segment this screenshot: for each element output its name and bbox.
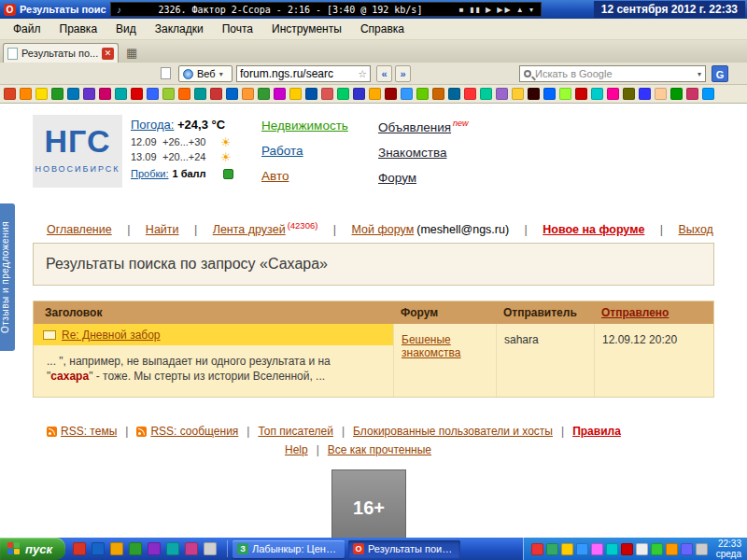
tray-icon[interactable]	[636, 543, 648, 555]
tab-close-icon[interactable]: ✕	[102, 48, 114, 60]
nav-my-forum[interactable]: Мой форум	[352, 223, 415, 236]
bookmark-icon[interactable]	[432, 88, 444, 100]
bookmark-icon[interactable]	[591, 88, 603, 100]
bookmark-icon[interactable]	[67, 88, 79, 100]
bookmark-icon[interactable]	[162, 88, 175, 100]
url-input[interactable]	[240, 67, 358, 80]
bookmark-icon[interactable]	[147, 88, 159, 100]
nav-search[interactable]: Найти	[146, 223, 179, 236]
bookmark-icon[interactable]	[226, 88, 238, 100]
quick-launch-icon[interactable]	[129, 542, 142, 555]
quick-launch-icon[interactable]	[148, 542, 161, 555]
mark-read-link[interactable]: Все как прочтенные	[328, 443, 431, 456]
link-dating[interactable]: Знакомства	[378, 146, 469, 160]
bookmark-icon[interactable]	[258, 88, 270, 100]
tray-icon[interactable]	[696, 543, 708, 555]
music-player-widget[interactable]: ♪ 2326. Фактор 2-Ссора - 2:16 - [3:40 @ …	[110, 2, 542, 17]
bookmark-icon[interactable]	[670, 88, 683, 100]
bookmark-icon[interactable]	[607, 88, 619, 100]
bookmark-icon[interactable]	[131, 88, 143, 100]
quick-launch-icon[interactable]	[73, 542, 86, 555]
bookmark-icon[interactable]	[242, 88, 254, 100]
bookmark-icon[interactable]	[35, 88, 48, 100]
menu-mail[interactable]: Почта	[213, 20, 262, 38]
bookmark-icon[interactable]	[416, 88, 429, 100]
rss-messages-link[interactable]: RSS: сообщения	[150, 425, 238, 438]
tray-icon[interactable]	[681, 543, 693, 555]
bookmark-icon[interactable]	[321, 88, 333, 100]
bookmark-icon[interactable]	[83, 88, 95, 100]
link-realty[interactable]: Недвижимость	[261, 119, 348, 133]
link-forum[interactable]: Форум	[378, 171, 469, 185]
quick-launch-icon[interactable]	[110, 542, 123, 555]
bookmark-icon[interactable]	[448, 88, 460, 100]
bookmark-icon[interactable]	[353, 88, 365, 100]
help-link[interactable]: Help	[285, 443, 308, 456]
bookmark-icon[interactable]	[702, 88, 714, 100]
menu-file[interactable]: Файл	[4, 20, 50, 38]
panels-icon[interactable]: ▦	[126, 46, 137, 60]
bookmark-icon[interactable]	[210, 88, 222, 100]
bookmark-icon[interactable]	[385, 88, 397, 100]
result-title-link[interactable]: Re: Дневной забор	[62, 329, 161, 342]
bookmark-icon[interactable]	[115, 88, 127, 100]
menu-help[interactable]: Справка	[351, 20, 414, 38]
bookmark-icon[interactable]	[51, 88, 63, 100]
tray-icon[interactable]	[591, 543, 603, 555]
bookmark-icon[interactable]	[337, 88, 349, 100]
bookmark-icon[interactable]	[369, 88, 381, 100]
link-ads[interactable]: Объявления	[378, 120, 451, 134]
quick-launch-icon[interactable]	[204, 542, 217, 555]
bookmark-icon[interactable]	[289, 88, 302, 100]
quick-launch-icon[interactable]	[92, 542, 105, 555]
top-writers-link[interactable]: Топ писателей	[258, 425, 333, 438]
bookmark-icon[interactable]	[178, 88, 190, 100]
google-search-field[interactable]: ▾	[519, 65, 706, 82]
menu-edit[interactable]: Правка	[50, 20, 107, 38]
bookmark-icon[interactable]	[512, 88, 524, 100]
tray-icon[interactable]	[576, 543, 588, 555]
bookmark-icon[interactable]	[401, 88, 413, 100]
tray-icon[interactable]	[621, 543, 633, 555]
search-input[interactable]	[535, 68, 694, 79]
bookmark-icon[interactable]	[528, 88, 540, 100]
bookmark-icon[interactable]	[480, 88, 492, 100]
search-dropdown-icon[interactable]: ▾	[698, 70, 701, 78]
bookmark-icon[interactable]	[543, 88, 556, 100]
bookmark-icon[interactable]	[639, 88, 651, 100]
bookmark-icon[interactable]	[305, 88, 317, 100]
result-forum-link[interactable]: Бешеные знакомства	[402, 333, 461, 359]
feedback-tab[interactable]: Отзывы и предложения	[0, 203, 15, 351]
tray-icon[interactable]	[666, 543, 678, 555]
column-sent-sort[interactable]: Отправлено	[594, 306, 713, 319]
rules-link[interactable]: Правила	[572, 425, 621, 438]
url-field[interactable]: ☆	[236, 65, 371, 82]
bookmark-icon[interactable]	[464, 88, 476, 100]
bookmark-icon[interactable]	[686, 88, 698, 100]
bookmark-star-icon[interactable]: ☆	[358, 68, 367, 80]
menu-bookmarks[interactable]: Закладки	[146, 20, 213, 38]
rss-topics-link[interactable]: RSS: темы	[61, 425, 117, 438]
rewind-icon[interactable]: «	[376, 65, 392, 82]
nav-new-on-forum[interactable]: Новое на форуме	[543, 223, 644, 236]
bookmark-icon[interactable]	[194, 88, 206, 100]
start-button[interactable]: пуск	[0, 538, 65, 560]
taskbar-clock[interactable]: 22:33 среда	[716, 539, 741, 559]
tab-results[interactable]: Результаты по... ✕	[3, 43, 119, 63]
link-auto[interactable]: Авто	[261, 169, 348, 183]
menu-view[interactable]: Вид	[106, 20, 146, 38]
bookmark-icon[interactable]	[655, 88, 667, 100]
menu-tools[interactable]: Инструменты	[262, 20, 351, 38]
tray-icon[interactable]	[546, 543, 558, 555]
tray-icon[interactable]	[606, 543, 618, 555]
tray-icon[interactable]	[531, 543, 543, 555]
nav-contents[interactable]: Оглавление	[47, 223, 112, 236]
quick-launch-icon[interactable]	[166, 542, 179, 555]
bookmark-icon[interactable]	[496, 88, 508, 100]
bookmark-icon[interactable]	[4, 88, 16, 100]
ngs-logo[interactable]: НГС НОВОСИБИРСК	[33, 115, 122, 188]
fast-forward-icon[interactable]: »	[395, 65, 411, 82]
taskbar-window-2-active[interactable]: О Результаты поиск...	[348, 540, 460, 558]
weather-link[interactable]: Погода:	[131, 118, 174, 132]
google-icon[interactable]: G	[712, 65, 728, 82]
